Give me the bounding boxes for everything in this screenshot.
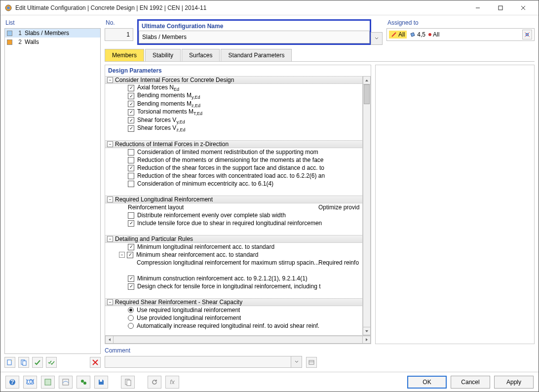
view1-button[interactable] (41, 376, 55, 389)
checkbox[interactable] (128, 109, 134, 116)
include-button[interactable] (32, 357, 43, 368)
param-label: Torsional moments MT,Ed (137, 108, 202, 116)
assigned-field[interactable]: All 4,5 All (386, 28, 535, 41)
maximize-button[interactable] (489, 0, 512, 15)
param-label: Design check for tensile force in longit… (137, 283, 321, 290)
param-label: Reinforcement layout (128, 204, 184, 211)
params-title: Design Parameters (105, 65, 371, 76)
checkbox[interactable] (128, 85, 134, 91)
checkbox[interactable] (128, 283, 134, 290)
tab-stability[interactable]: Stability (145, 49, 181, 61)
comment-dropdown[interactable] (291, 356, 302, 368)
close-button[interactable] (512, 0, 535, 15)
titlebar: Edit Ultimate Configuration | Concrete D… (0, 0, 539, 15)
units-button[interactable]: 0,00 (23, 376, 37, 389)
assigned-pill-surfaces: 4,5 (410, 31, 425, 38)
svg-rect-8 (23, 361, 26, 365)
clipboard-button[interactable] (121, 376, 135, 389)
comment-pick-button[interactable] (306, 357, 317, 368)
svg-rect-25 (127, 380, 131, 386)
param-label: Bending moments Mz,Ed (137, 100, 200, 108)
scroll-left-icon[interactable] (105, 336, 114, 344)
checkbox[interactable] (128, 220, 134, 227)
radio[interactable] (128, 323, 134, 329)
param-label: Use required longitudinal reinforcement (137, 307, 240, 314)
tab-members[interactable]: Members (105, 49, 144, 61)
apply-button[interactable]: Apply (494, 376, 534, 389)
horizontal-scrollbar[interactable] (105, 335, 371, 344)
assigned-pill-all: All (428, 31, 439, 38)
function-button[interactable]: fx (165, 376, 179, 389)
copy-button[interactable] (18, 357, 29, 368)
param-label: Include tensile force due to shear in re… (137, 220, 322, 227)
svg-rect-6 (7, 360, 11, 365)
checkbox[interactable] (128, 157, 134, 163)
checkbox[interactable] (128, 149, 134, 156)
svg-rect-3 (499, 6, 502, 10)
checkbox[interactable] (128, 275, 134, 282)
scroll-right-icon[interactable] (362, 336, 371, 344)
svg-point-22 (83, 382, 86, 385)
checkbox[interactable] (128, 117, 134, 123)
expand-icon[interactable]: − (119, 252, 125, 258)
param-label: Reduction of the moments or dimensioning… (137, 157, 324, 163)
name-label: Ultimate Configuration Name (139, 21, 370, 31)
cancel-button[interactable]: Cancel (451, 376, 490, 389)
param-label: Shear forces Vz,Ed (137, 124, 185, 132)
config-list[interactable]: 1Slabs / Members2Walls (4, 28, 101, 354)
window-title: Edit Ultimate Configuration | Concrete D… (15, 4, 466, 11)
param-label: Compression longitudinal reinforcement f… (137, 259, 319, 266)
section-title: Reductions of Internal Forces in z-Direc… (115, 141, 229, 148)
list-item[interactable]: 2Walls (5, 38, 100, 46)
checkbox[interactable] (128, 212, 134, 219)
collapse-icon[interactable]: − (107, 236, 113, 242)
param-label: Consideration of minimum eccentricity ac… (137, 180, 273, 187)
collapse-icon[interactable]: − (107, 141, 113, 147)
param-label: Minimum construction reinforcement acc. … (137, 275, 308, 282)
include-all-button[interactable] (46, 357, 57, 368)
collapse-icon[interactable]: − (107, 196, 113, 202)
tab-standard-parameters[interactable]: Standard Parameters (221, 49, 292, 61)
tab-bar: MembersStabilitySurfacesStandard Paramet… (105, 49, 535, 62)
dot-icon (428, 33, 431, 36)
checkbox[interactable] (128, 173, 134, 179)
scroll-up-icon[interactable] (363, 76, 371, 84)
checkbox[interactable] (128, 93, 134, 99)
section-title: Required Shear Reinforcement - Shear Cap… (115, 299, 242, 306)
view2-button[interactable] (59, 376, 73, 389)
reset-button[interactable] (148, 376, 161, 389)
new-button[interactable] (4, 357, 15, 368)
name-dropdown[interactable] (371, 32, 383, 45)
checkbox[interactable] (128, 181, 134, 187)
ok-button[interactable]: OK (407, 376, 447, 389)
param-label: Minimum longitudinal reinforcement acc. … (137, 243, 274, 250)
name-input[interactable] (139, 31, 370, 43)
svg-rect-23 (100, 380, 102, 382)
no-field[interactable] (105, 28, 133, 41)
vertical-scrollbar[interactable] (362, 76, 371, 335)
comment-label: Comment (105, 347, 302, 354)
checkbox[interactable] (127, 252, 133, 258)
checkbox[interactable] (128, 101, 134, 107)
tab-surfaces[interactable]: Surfaces (182, 49, 220, 61)
svg-text:?: ? (10, 379, 14, 386)
collapse-icon[interactable]: − (107, 77, 113, 83)
save-button[interactable] (94, 376, 108, 389)
checkbox[interactable] (128, 244, 134, 250)
calc-button[interactable] (77, 376, 90, 389)
minimize-button[interactable] (466, 0, 489, 15)
comment-input[interactable] (105, 356, 291, 368)
assigned-edit-button[interactable] (522, 30, 532, 39)
help-button[interactable]: ? (5, 376, 19, 389)
no-label: No. (105, 19, 134, 26)
list-item[interactable]: 1Slabs / Members (5, 29, 100, 38)
delete-button[interactable] (90, 357, 101, 368)
radio[interactable] (128, 315, 134, 321)
collapse-icon[interactable]: − (107, 299, 113, 305)
param-label: Reduction of the shear forces in the sup… (137, 164, 324, 171)
param-label: Automatically increase required longitud… (137, 322, 319, 329)
checkbox[interactable] (128, 125, 134, 132)
checkbox[interactable] (128, 165, 134, 171)
scroll-down-icon[interactable] (363, 327, 371, 335)
radio[interactable] (128, 307, 134, 313)
